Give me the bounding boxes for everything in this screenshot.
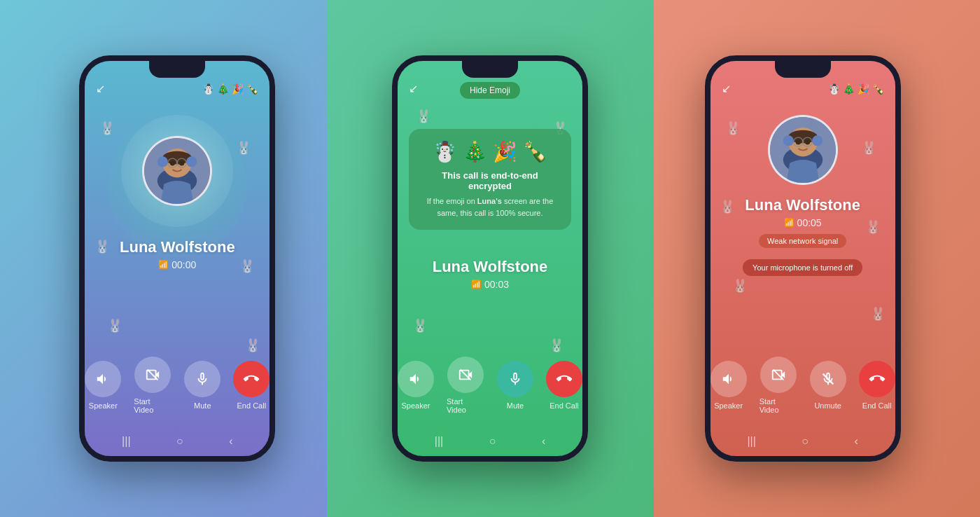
weak-signal-badge: Weak network signal xyxy=(759,234,846,248)
speaker-button[interactable]: Speaker xyxy=(85,361,121,410)
phone-2-avatar-section: Luna Wolfstone 📶 00:03 xyxy=(433,247,548,290)
video-label-3: Start Video xyxy=(760,397,797,414)
end-call-label: End Call xyxy=(237,401,267,410)
end-call-button[interactable]: End Call xyxy=(233,361,270,410)
avatar-glow xyxy=(121,115,233,227)
unmute-circle xyxy=(810,361,846,397)
svg-point-22 xyxy=(812,135,822,146)
mute-button[interactable]: Mute xyxy=(184,361,220,410)
nav-recent-icon-2: ||| xyxy=(435,435,443,448)
end-call-button-3[interactable]: End Call xyxy=(859,361,895,410)
signal-icon: 📶 xyxy=(158,260,169,270)
emoji-row-3: ☃️ 🎄 🎉 🍾 xyxy=(828,83,884,95)
phone-2: 🐰 🐰 🐰 🐰 ↙ Hide Emoji ☃️ 🎄 🎉 🍾 This call … xyxy=(392,55,588,462)
emoji-tree: 🎄 xyxy=(217,83,229,95)
nav-recent-icon: ||| xyxy=(122,435,130,448)
end-call-button-2[interactable]: End Call xyxy=(546,361,582,410)
deco-emoji: 🐰 xyxy=(245,338,260,353)
deco-emoji: 🐰 xyxy=(725,120,741,136)
speaker-label-2: Speaker xyxy=(401,401,430,410)
nav-back-icon-3: ‹ xyxy=(855,435,858,448)
speaker-circle-3 xyxy=(710,361,747,397)
video-circle xyxy=(134,357,171,393)
speaker-button-2[interactable]: Speaker xyxy=(398,361,434,410)
emoji-snowman-3: ☃️ xyxy=(828,83,840,95)
phone-1-notch xyxy=(149,61,205,78)
popup-emoji-1: ☃️ xyxy=(433,140,457,163)
end-call-label-3: End Call xyxy=(862,401,892,410)
phone-3-buttons: Speaker Start Video xyxy=(710,357,895,414)
deco-emoji: 🐰 xyxy=(416,109,431,124)
video-label-2: Start Video xyxy=(447,397,484,414)
deco-emoji: 🐰 xyxy=(549,338,564,353)
phone-1-controls: Speaker Start Video xyxy=(85,357,270,414)
video-button[interactable]: Start Video xyxy=(134,357,172,414)
svg-point-18 xyxy=(804,139,810,145)
phone-2-navbar: ||| ○ ‹ xyxy=(398,435,582,448)
popup-emoji-2: 🎄 xyxy=(463,140,487,163)
popup-emoji-4: 🍾 xyxy=(523,140,547,163)
video-button-3[interactable]: Start Video xyxy=(760,357,797,414)
deco-emoji: 🐰 xyxy=(720,199,735,214)
unmute-label: Unmute xyxy=(814,401,841,410)
phone-3-navbar: ||| ○ ‹ xyxy=(710,435,895,448)
phone-1-navbar: ||| ○ ‹ xyxy=(85,435,270,448)
popup-emojis: ☃️ 🎄 🎉 🍾 xyxy=(420,140,560,163)
video-circle-2 xyxy=(447,357,484,393)
nav-back-icon-2: ‹ xyxy=(542,435,545,448)
minimize-icon-3[interactable]: ↙ xyxy=(722,82,731,95)
emoji-tree-3: 🎄 xyxy=(843,83,855,95)
emoji-bottle: 🍾 xyxy=(246,83,258,95)
phone-3-avatar-section: Luna Wolfstone 📶 00:05 Weak network sign… xyxy=(745,115,860,248)
minimize-icon[interactable]: ↙ xyxy=(96,82,105,95)
video-label: Start Video xyxy=(134,397,172,414)
signal-icon-2: 📶 xyxy=(471,280,482,289)
speaker-button-3[interactable]: Speaker xyxy=(710,361,747,410)
phone-1-caller-name: Luna Wolfstone xyxy=(120,238,235,256)
svg-point-17 xyxy=(795,139,801,145)
hide-emoji-button[interactable]: Hide Emoji xyxy=(460,82,520,99)
svg-point-4 xyxy=(170,160,176,166)
end-call-label-2: End Call xyxy=(550,401,579,410)
phone-3-controls: Speaker Start Video xyxy=(710,357,895,414)
mute-circle-2 xyxy=(497,361,533,397)
phone-2-duration: 📶 00:03 xyxy=(471,279,509,290)
mic-off-warning: Your microphone is turned off xyxy=(743,259,862,276)
phone-1-screen: 🐰 🐰 🐰 🐰 🐰 🐰 ↙ ☃️ 🎄 🎉 🍾 xyxy=(85,61,270,456)
mute-label: Mute xyxy=(194,401,211,410)
phone-2-notch xyxy=(462,61,518,78)
mute-label-2: Mute xyxy=(507,401,524,410)
unmute-button[interactable]: Unmute xyxy=(810,361,846,410)
phone-1-buttons: Speaker Start Video xyxy=(85,357,270,414)
phone-1: 🐰 🐰 🐰 🐰 🐰 🐰 ↙ ☃️ 🎄 🎉 🍾 xyxy=(79,55,275,462)
phone-2-caller-name: Luna Wolfstone xyxy=(433,258,548,276)
phone-2-controls: Speaker Start Video xyxy=(398,357,582,414)
deco-emoji: 🐰 xyxy=(99,120,115,136)
video-button-2[interactable]: Start Video xyxy=(447,357,484,414)
mute-button-2[interactable]: Mute xyxy=(497,361,533,410)
signal-icon-3: 📶 xyxy=(784,218,794,228)
emoji-popup: ☃️ 🎄 🎉 🍾 This call is end-to-end encrypt… xyxy=(409,129,571,230)
end-call-circle-3 xyxy=(859,361,895,397)
emoji-party: 🎉 xyxy=(232,83,244,95)
phone-3-notch xyxy=(775,61,831,78)
popup-title: This call is end-to-end encrypted xyxy=(420,170,560,191)
phone-1-avatar-section: Luna Wolfstone 📶 00:00 xyxy=(120,115,235,270)
video-circle-3 xyxy=(760,357,797,393)
speaker-circle-2 xyxy=(398,361,434,397)
speaker-label: Speaker xyxy=(89,401,118,410)
avatar-img-3 xyxy=(768,115,838,185)
svg-point-5 xyxy=(179,160,185,166)
phone-1-duration: 📶 00:00 xyxy=(158,259,196,270)
deco-emoji: 🐰 xyxy=(861,140,876,156)
end-call-circle-2 xyxy=(546,361,582,397)
deco-emoji: 🐰 xyxy=(107,318,122,333)
nav-back-icon: ‹ xyxy=(229,435,232,448)
phone-2-buttons: Speaker Start Video xyxy=(398,357,582,414)
deco-emoji: 🐰 xyxy=(412,318,428,333)
popup-emoji-3: 🎉 xyxy=(493,140,517,163)
minimize-icon-2[interactable]: ↙ xyxy=(409,82,418,95)
svg-point-21 xyxy=(783,135,793,146)
nav-home-icon: ○ xyxy=(176,435,183,448)
end-call-circle xyxy=(233,361,270,397)
